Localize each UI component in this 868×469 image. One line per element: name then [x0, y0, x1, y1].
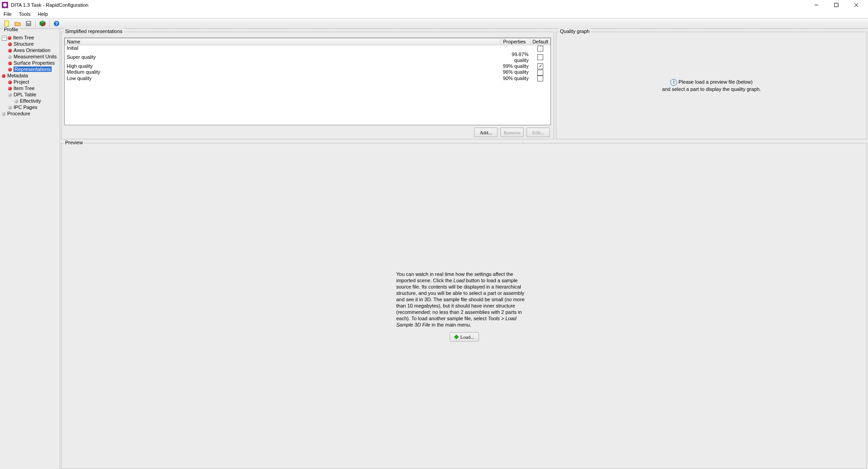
tree-structure[interactable]: Structure [8, 41, 60, 47]
representations-table[interactable]: Name Properties Default Initial Super qu… [64, 38, 551, 125]
load-button[interactable]: Load... [450, 332, 479, 341]
menubar: File Tools Help [0, 10, 868, 18]
menu-file[interactable]: File [2, 11, 14, 17]
info-icon: i [670, 79, 677, 85]
toolbar: ? [0, 18, 868, 29]
sidebar: Profile −Item Tree Structure Axes Orient… [0, 29, 60, 469]
checkbox[interactable] [537, 76, 543, 81]
edit-button[interactable]: Edit... [526, 128, 550, 137]
tree-axes[interactable]: Axes Orientation [8, 47, 60, 53]
toolbar-separator [35, 19, 36, 28]
window-title: DITA 1.3 Task - RapidConfiguration [11, 2, 88, 8]
table-row[interactable]: Initial [65, 45, 550, 52]
col-properties[interactable]: Properties [501, 38, 531, 45]
representations-panel: Simplified representations Name Properti… [61, 30, 554, 139]
preview-message: You can watch in real time how the setti… [396, 270, 532, 341]
tree-dpl[interactable]: DPL Table Effectivity [8, 91, 60, 104]
menu-tools[interactable]: Tools [17, 11, 33, 17]
menu-help[interactable]: Help [36, 11, 50, 17]
remove-button[interactable]: Remove [500, 128, 524, 137]
table-row[interactable]: Super quality99.87% quality [65, 52, 550, 63]
table-row[interactable]: Medium quality96% quality [65, 69, 550, 76]
tree-surface[interactable]: Surface Properties [8, 60, 60, 66]
quality-graph-message: iPlease load a preview file (below) and … [662, 79, 761, 93]
tree-representations[interactable]: Representations [8, 66, 60, 72]
tree-project[interactable]: Project [8, 79, 60, 85]
svg-rect-1 [835, 3, 838, 7]
checkbox[interactable] [537, 54, 543, 60]
maximize-button[interactable] [826, 0, 846, 10]
table-row[interactable]: High quality99% quality [65, 63, 550, 70]
tree-item-tree[interactable]: −Item Tree Structure Axes Orientation Me… [2, 34, 60, 72]
titlebar: DITA 1.3 Task - RapidConfiguration [0, 0, 868, 10]
col-default[interactable]: Default [531, 38, 550, 45]
close-button[interactable] [846, 0, 866, 10]
app-icon [2, 2, 8, 8]
tree-ipc[interactable]: IPC Pages [8, 104, 60, 110]
preview-panel: Preview You can watch in real time how t… [61, 141, 867, 469]
svg-text:?: ? [55, 21, 58, 26]
col-name[interactable]: Name [65, 38, 501, 45]
help-icon[interactable]: ? [52, 19, 62, 28]
svg-rect-6 [27, 22, 30, 23]
tree-procedure[interactable]: Procedure [2, 110, 60, 117]
checkbox[interactable] [537, 70, 543, 76]
checkbox[interactable] [537, 63, 543, 69]
checkbox[interactable] [537, 46, 543, 52]
tree-metadata[interactable]: Metadata Project Item Tree DPL Table Eff… [2, 72, 60, 110]
save-icon[interactable] [24, 19, 33, 28]
cube-icon[interactable] [38, 19, 47, 28]
svg-rect-4 [5, 21, 9, 26]
cube-icon [454, 335, 459, 340]
tree-effectivity[interactable]: Effectivity [14, 98, 60, 104]
table-row[interactable]: Low quality90% quality [65, 76, 550, 82]
quality-graph-panel: Quality graph iPlease load a preview fil… [556, 30, 867, 139]
sidebar-title: Profile [3, 27, 19, 32]
tree-units[interactable]: Measurement Units [8, 53, 60, 60]
tree-item-tree-meta[interactable]: Item Tree [8, 85, 60, 91]
add-button[interactable]: Add... [474, 128, 498, 137]
toolbar-separator [49, 19, 50, 28]
minimize-button[interactable] [806, 0, 826, 10]
